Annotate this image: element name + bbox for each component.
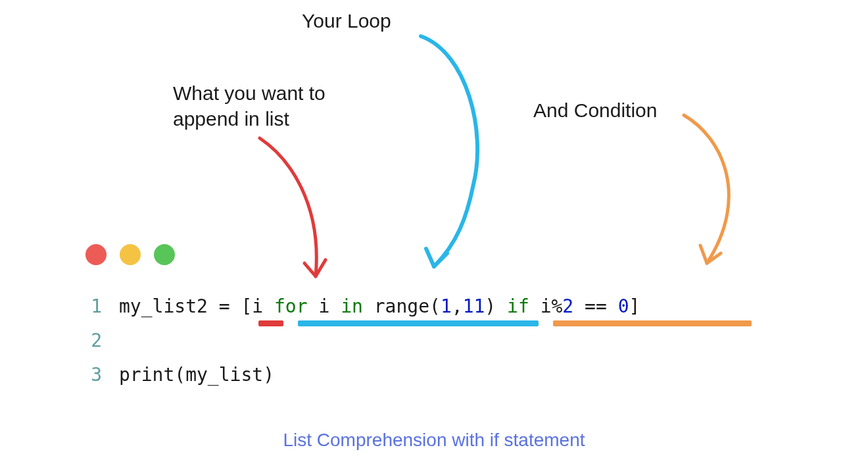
underline-condition — [553, 320, 752, 326]
annotation-append-l2: append in list — [173, 108, 289, 130]
code-line-3: 3 print(my_list) — [77, 358, 640, 392]
lineno: 3 — [77, 358, 102, 392]
code-text: print(my_list) — [119, 358, 274, 392]
code-text: my_list2 = [i for i in range(1,11) if i%… — [119, 290, 640, 324]
code-line-2: 2 — [77, 324, 640, 358]
caption: List Comprehension with if statement — [0, 430, 868, 451]
dot-yellow — [120, 244, 141, 265]
lineno: 2 — [77, 324, 102, 358]
code-block: 1 my_list2 = [i for i in range(1,11) if … — [77, 290, 640, 392]
underline-loop — [298, 320, 539, 326]
annotation-loop: Your Loop — [302, 8, 391, 34]
dot-green — [154, 244, 175, 265]
annotation-append: What you want to append in list — [173, 80, 326, 132]
dot-red — [85, 244, 107, 265]
code-line-1: 1 my_list2 = [i for i in range(1,11) if … — [77, 290, 640, 324]
annotation-append-l1: What you want to — [173, 82, 326, 104]
window-dots — [85, 244, 175, 265]
lineno: 1 — [77, 290, 102, 324]
annotation-condition: And Condition — [533, 97, 657, 123]
underline-append — [258, 320, 283, 326]
